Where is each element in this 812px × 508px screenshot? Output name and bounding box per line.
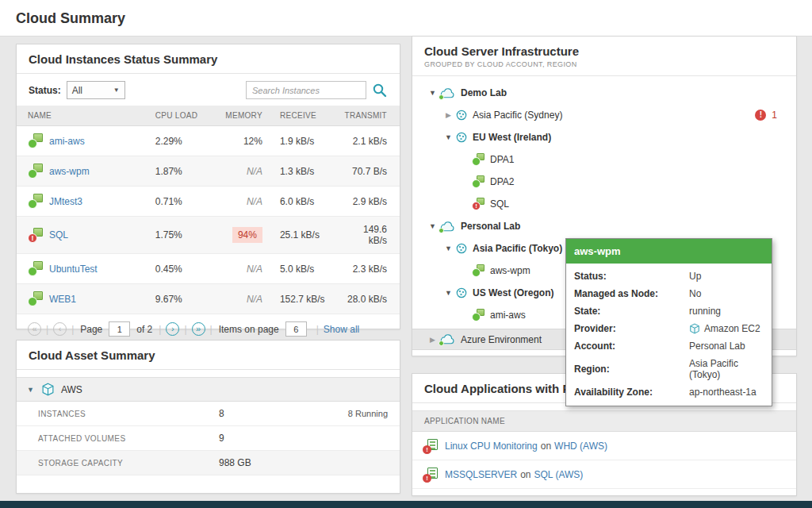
cpu-load-value: 0.45% <box>149 254 218 284</box>
receive-value: 5.0 kB/s <box>269 254 339 284</box>
items-on-page-label: Items on page <box>219 324 279 335</box>
items-per-page-input[interactable] <box>285 321 307 337</box>
instance-link[interactable]: SQL <box>49 229 68 241</box>
tooltip-value-text: ap-northeast-1a <box>689 387 756 398</box>
tree-expander-icon[interactable]: ▼ <box>427 222 439 230</box>
connector-text: on <box>520 469 530 480</box>
tree-item[interactable]: ▶ Asia Pacific (Sydney) ! 1 <box>420 104 788 126</box>
panel-header: Cloud Server Infrastructure GROUPED BY C… <box>412 37 796 76</box>
application-link[interactable]: Linux CPU Monitoring <box>445 441 538 452</box>
tooltip-field-label: State: <box>574 306 689 317</box>
separator: | <box>159 324 161 335</box>
column-header-name: NAME <box>17 106 149 126</box>
aws-cube-icon <box>41 383 55 396</box>
asset-group-aws[interactable]: ▼ AWS <box>17 377 400 402</box>
tree-item[interactable]: ▼ EU West (Ireland) <box>420 126 788 148</box>
instance-link[interactable]: JMtest3 <box>49 196 82 207</box>
instance-status-icon: ! <box>28 228 43 243</box>
tree-item-label: DPA1 <box>490 154 514 165</box>
cpu-load-value: 9.67% <box>149 284 218 314</box>
tree-item-label: US West (Oregon) <box>473 287 553 298</box>
status-dropdown-value: All <box>72 85 82 96</box>
tree-item-label: Asia Pacific (Sydney) <box>473 110 562 121</box>
page-title: Cloud Summary <box>0 0 812 27</box>
page-of-label: of 2 <box>136 324 152 335</box>
instance-link[interactable]: WEB1 <box>49 294 76 305</box>
table-row: WEB1 9.67% N/A 152.7 kB/s 28.0 kB/s <box>17 284 400 314</box>
tree-expander-icon[interactable]: ▼ <box>442 244 454 252</box>
region-icon <box>456 132 467 143</box>
separator: | <box>46 324 48 335</box>
bottom-bar <box>0 501 812 508</box>
next-page-button[interactable]: › <box>166 322 179 336</box>
table-header-row: NAME CPU LOAD MEMORY RECEIVE TRANSMIT <box>17 106 400 126</box>
memory-value: 12% <box>243 136 262 147</box>
panel-title: Cloud Instances Status Summary <box>29 52 217 66</box>
instance-icon <box>472 264 485 277</box>
transmit-value: 2.9 kB/s <box>338 187 400 217</box>
transmit-value: 28.0 kB/s <box>338 284 400 314</box>
tree-expander-icon[interactable]: ▼ <box>427 89 439 97</box>
instance-link[interactable]: ami-aws <box>49 136 85 147</box>
chevron-down-icon: ▼ <box>113 87 120 94</box>
search-icon <box>372 83 388 98</box>
transmit-value: 2.1 kB/s <box>338 126 400 156</box>
asset-label: ATTACHED VOLUMES <box>38 434 219 443</box>
separator: | <box>210 324 213 335</box>
first-page-button[interactable]: « <box>28 322 41 336</box>
instance-link[interactable]: aws-wpm <box>49 166 90 177</box>
tooltip-body: Status: Up Managed as Node: No State: ru… <box>566 264 772 406</box>
search-button[interactable] <box>372 83 388 98</box>
node-link[interactable]: SQL (AWS) <box>534 469 584 480</box>
collapse-caret-icon[interactable]: ▼ <box>27 386 34 394</box>
asset-label: STORAGE CAPACITY <box>38 459 219 468</box>
tooltip-field: Status: Up <box>566 267 772 285</box>
page-label: Page <box>80 324 102 335</box>
critical-icon: ! <box>423 474 431 483</box>
instance-status-icon <box>28 133 43 148</box>
asset-row: INSTANCES 8 8 Running <box>17 402 400 426</box>
tree-expander-icon[interactable]: ▶ <box>442 111 454 119</box>
tooltip-value-text: Amazon EC2 <box>704 323 760 334</box>
asset-group-label: AWS <box>61 384 82 395</box>
previous-page-button[interactable]: ‹ <box>53 322 67 336</box>
tree-expander-icon[interactable]: ▼ <box>442 289 454 297</box>
application-status-icon: ! <box>424 439 438 452</box>
tree-item[interactable]: ▼ Demo Lab <box>420 82 788 104</box>
application-link[interactable]: MSSQLSERVER <box>445 469 517 480</box>
show-all-link[interactable]: Show all <box>324 324 359 335</box>
status-filter-label: Status: <box>29 85 61 96</box>
transmit-value: 2.3 kB/s <box>338 254 400 284</box>
tree-expander-icon[interactable]: ▼ <box>442 133 454 141</box>
instance-icon <box>472 309 485 321</box>
application-status-icon: ! <box>424 468 438 481</box>
tree-item-label: SQL <box>490 198 509 210</box>
alert-badge: ! 1 <box>755 110 777 121</box>
instance-icon <box>472 175 485 188</box>
panel-subtitle: GROUPED BY CLOUD ACCOUNT, REGION <box>424 60 784 68</box>
asset-row: ATTACHED VOLUMES 9 <box>17 426 400 451</box>
node-link[interactable]: WHD (AWS) <box>554 441 607 452</box>
critical-icon: ! <box>755 110 766 121</box>
tree-expander-icon[interactable]: ▶ <box>427 336 439 344</box>
tree-item[interactable]: DPA1 <box>420 148 788 171</box>
column-header-receive: RECEIVE <box>269 106 339 126</box>
last-page-button[interactable]: » <box>192 322 205 336</box>
cpu-load-value: 2.29% <box>149 126 218 156</box>
tree-item-label: Personal Lab <box>461 221 520 232</box>
panel-title: Cloud Server Infrastructure <box>424 44 784 58</box>
tree-item[interactable]: DPA2 <box>420 171 788 193</box>
page-number-input[interactable] <box>109 321 130 337</box>
tree-item[interactable]: ! SQL <box>420 193 788 215</box>
column-header-application-name: APPLICATION NAME <box>412 410 796 432</box>
tree-item-label: EU West (Ireland) <box>473 132 551 143</box>
search-input[interactable] <box>246 81 366 99</box>
receive-value: 1.9 kB/s <box>269 126 339 156</box>
instance-link[interactable]: UbuntuTest <box>49 264 98 275</box>
instance-status-icon <box>28 291 43 306</box>
tooltip-field-value: Asia Pacific (Tokyo) <box>689 358 764 380</box>
tree-item[interactable]: ▼ Personal Lab <box>420 215 788 237</box>
receive-value: 25.1 kB/s <box>269 217 339 254</box>
status-dropdown[interactable]: All ▼ <box>67 81 125 99</box>
tooltip-field-value: No <box>689 288 701 299</box>
